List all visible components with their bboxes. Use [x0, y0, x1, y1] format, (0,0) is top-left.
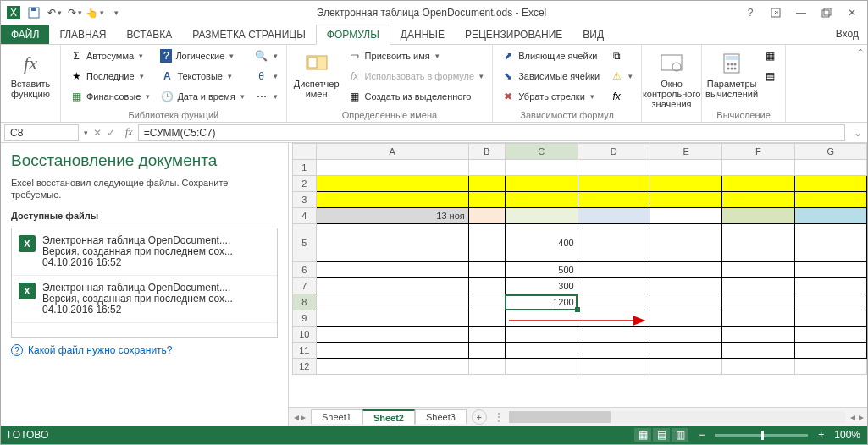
financial-button[interactable]: ▦Финансовые▾: [66, 87, 153, 106]
tab-formulas[interactable]: ФОРМУЛЫ: [316, 25, 390, 45]
fx-icon[interactable]: fx: [120, 126, 138, 139]
horizontal-scrollbar[interactable]: [509, 411, 845, 423]
touch-mode-icon[interactable]: 👆▾: [86, 3, 104, 22]
minimize-icon[interactable]: —: [789, 3, 813, 22]
undo-icon[interactable]: ↶▾: [45, 3, 64, 22]
col-header[interactable]: E: [650, 144, 722, 160]
lookup-button[interactable]: 🔍▾: [252, 47, 281, 65]
tab-home[interactable]: ГЛАВНАЯ: [49, 25, 116, 44]
col-header[interactable]: F: [722, 144, 794, 160]
col-header[interactable]: G: [794, 144, 866, 160]
tab-pagelayout[interactable]: РАЗМЕТКА СТРАНИЦЫ: [182, 25, 316, 44]
restore-icon[interactable]: [815, 3, 838, 22]
row-header[interactable]: 1: [293, 160, 317, 176]
recovery-help-link[interactable]: ? Какой файл нужно сохранить?: [11, 344, 278, 356]
sign-in-link[interactable]: Вход: [827, 25, 867, 44]
question-icon: ?: [160, 49, 172, 63]
normal-view-icon[interactable]: ▦: [634, 428, 651, 442]
formula-input[interactable]: =СУММ(C5:C7): [138, 124, 845, 141]
row-header[interactable]: 11: [293, 343, 317, 359]
row-header[interactable]: 3: [293, 192, 317, 208]
select-all-corner[interactable]: [293, 144, 317, 160]
datetime-button[interactable]: 🕒Дата и время▾: [157, 87, 247, 106]
create-from-selection-button[interactable]: ▦Создать из выделенного: [345, 87, 488, 106]
cell[interactable]: 400: [505, 224, 578, 262]
calc-options-button[interactable]: Параметры вычислений: [707, 47, 756, 99]
name-manager-button[interactable]: Диспетчер имен: [292, 47, 341, 99]
theta-icon: θ: [255, 69, 268, 83]
tab-data[interactable]: ДАННЫЕ: [390, 25, 455, 44]
row-header[interactable]: 12: [293, 359, 317, 375]
row-header[interactable]: 5: [293, 224, 317, 262]
page-layout-view-icon[interactable]: ▤: [653, 428, 670, 442]
tab-review[interactable]: РЕЦЕНЗИРОВАНИЕ: [455, 25, 572, 44]
calc-sheet-button[interactable]: ▤: [760, 67, 780, 85]
sheet-tab[interactable]: Sheet3: [415, 409, 467, 424]
recovery-item-timestamp: 04.10.2016 16:52: [42, 305, 233, 316]
calc-now-button[interactable]: ▦: [760, 47, 780, 65]
math-button[interactable]: θ▾: [252, 67, 281, 85]
cell[interactable]: 13 ноя: [316, 208, 468, 224]
recovery-item[interactable]: X Электронная таблица OpenDocument.... В…: [12, 228, 277, 276]
more-functions-button[interactable]: ⋯▾: [252, 87, 281, 106]
col-header[interactable]: D: [578, 144, 650, 160]
row-header[interactable]: 4: [293, 208, 317, 224]
sheet-nav-first-icon[interactable]: ◂: [294, 411, 299, 423]
watch-window-button[interactable]: Окно контрольного значения: [647, 47, 696, 109]
tab-split-icon[interactable]: ⋮: [494, 411, 504, 423]
row-header[interactable]: 7: [293, 278, 317, 294]
sheet-tab[interactable]: Sheet1: [311, 409, 362, 424]
zoom-in-icon[interactable]: +: [818, 429, 824, 441]
trace-precedents-button[interactable]: ⬈Влияющие ячейки: [498, 47, 603, 65]
collapse-ribbon-icon[interactable]: ˆ: [859, 48, 862, 60]
zoom-slider[interactable]: [715, 434, 808, 437]
zoom-out-icon[interactable]: −: [699, 429, 705, 441]
sheet-tab[interactable]: Sheet2: [362, 409, 415, 425]
dependents-icon: ⬊: [501, 69, 515, 83]
insert-function-button[interactable]: fx Вставить функцию: [6, 47, 55, 99]
tab-view[interactable]: ВИД: [572, 25, 614, 44]
redo-icon[interactable]: ↷▾: [65, 3, 84, 22]
row-header[interactable]: 10: [293, 327, 317, 343]
define-name-button[interactable]: ▭Присвоить имя▾: [345, 47, 488, 65]
recovery-item[interactable]: X Электронная таблица OpenDocument.... В…: [12, 276, 277, 323]
name-box[interactable]: C8: [4, 124, 79, 141]
help-icon[interactable]: ?: [738, 3, 762, 22]
col-header[interactable]: C: [505, 144, 578, 160]
row-header[interactable]: 2: [293, 176, 317, 192]
close-icon[interactable]: ✕: [840, 3, 864, 22]
evaluate-formula-button[interactable]: fx: [606, 87, 636, 106]
text-button[interactable]: AТекстовые▾: [157, 67, 247, 85]
error-checking-button[interactable]: ⚠▾: [606, 67, 636, 85]
autosum-button[interactable]: ΣАвтосумма▾: [66, 47, 153, 65]
row-header[interactable]: 9: [293, 310, 317, 327]
show-formulas-button[interactable]: ⧉: [606, 47, 636, 65]
col-header[interactable]: B: [468, 144, 505, 160]
zoom-level[interactable]: 100%: [834, 429, 860, 441]
trace-dependents-button[interactable]: ⬊Зависимые ячейки: [498, 67, 603, 85]
cell[interactable]: 300: [505, 278, 578, 294]
row-header[interactable]: 6: [293, 262, 317, 278]
error-check-icon: ⚠: [610, 69, 623, 83]
qat-customize-icon[interactable]: ▾: [106, 3, 124, 22]
expand-formula-bar-icon[interactable]: ⌄: [849, 127, 867, 139]
sheet-nav-last-icon[interactable]: ▸: [301, 411, 306, 423]
excel-file-icon: X: [19, 283, 36, 299]
row-header[interactable]: 8: [293, 294, 317, 310]
tab-file[interactable]: ФАЙЛ: [1, 25, 49, 44]
tab-insert[interactable]: ВСТАВКА: [116, 25, 182, 44]
col-header[interactable]: A: [316, 144, 468, 160]
add-sheet-button[interactable]: +: [472, 409, 487, 425]
save-icon[interactable]: [25, 3, 43, 22]
scroll-right-icon[interactable]: ▸: [855, 411, 867, 423]
enter-formula-icon[interactable]: ✓: [107, 127, 115, 139]
page-break-view-icon[interactable]: ▥: [672, 428, 688, 442]
remove-arrows-button[interactable]: ✖Убрать стрелки▾: [498, 87, 603, 106]
cell-active[interactable]: 1200: [505, 294, 578, 310]
spreadsheet-grid[interactable]: A B C D E F G 1 2 3 413 ноя 5400 6500 73…: [289, 143, 867, 407]
cell[interactable]: 500: [505, 262, 578, 278]
logical-button[interactable]: ?Логические▾: [157, 47, 247, 65]
ribbon-options-icon[interactable]: [764, 3, 788, 22]
recent-functions-button[interactable]: ★Последние▾: [66, 67, 153, 85]
cancel-formula-icon[interactable]: ✕: [93, 127, 102, 139]
